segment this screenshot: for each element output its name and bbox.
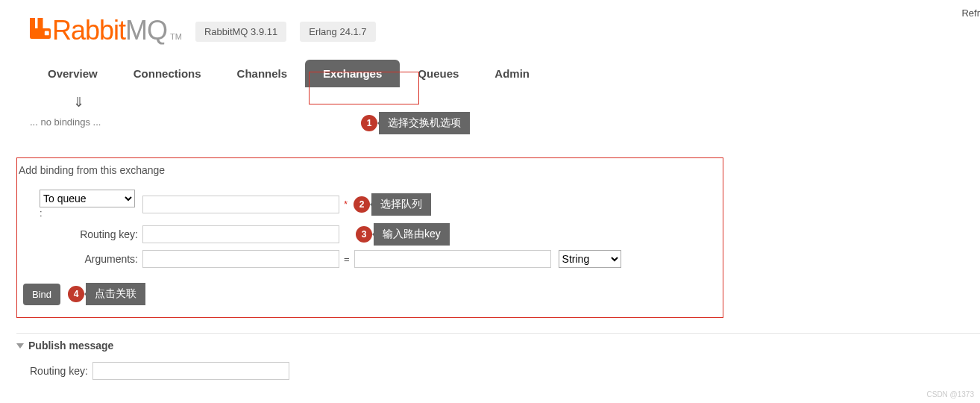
erlang-badge: Erlang 24.1.7	[300, 22, 375, 42]
tab-channels[interactable]: Channels	[219, 60, 306, 87]
add-binding-section: Add binding from this exchange To queue …	[16, 157, 723, 318]
argument-value-input[interactable]	[354, 250, 551, 268]
publish-toggle[interactable]: Publish message	[16, 340, 980, 352]
svg-rect-1	[38, 18, 43, 30]
callout-3: 3 输入路由key	[356, 223, 450, 246]
refresh-link[interactable]: Refr	[961, 7, 980, 19]
callout-1-text: 选择交换机选项	[379, 112, 470, 134]
routing-key-row: Routing key: 3 输入路由key	[23, 223, 723, 246]
publish-section: Publish message Routing key:	[16, 333, 980, 386]
add-binding-title: Add binding from this exchange	[19, 164, 723, 176]
callout-1: 1 选择交换机选项	[361, 112, 470, 134]
nav-tabs: Overview Connections Channels Exchanges …	[30, 60, 950, 88]
destination-input[interactable]	[142, 196, 339, 213]
routing-key-label: Routing key:	[23, 228, 142, 240]
logo-tm: TM	[170, 32, 182, 41]
destination-type-select[interactable]: To queue	[40, 190, 135, 207]
logo: RabbitMQ TM	[30, 15, 182, 46]
routing-key-input[interactable]	[142, 225, 339, 243]
required-star: *	[344, 199, 348, 210]
tab-queues[interactable]: Queues	[400, 60, 477, 87]
argument-type-select[interactable]: String	[559, 250, 621, 268]
bind-button[interactable]: Bind	[23, 284, 60, 305]
header: RabbitMQ TM RabbitMQ 3.9.11 Erlang 24.1.…	[0, 0, 980, 46]
callout-2: 2 选择队列	[354, 193, 431, 216]
binding-destination-row: To queue : * 2 选择队列	[23, 190, 723, 219]
svg-rect-0	[30, 18, 35, 30]
publish-routing-key-label: Routing key:	[30, 365, 88, 377]
equals-sign: =	[344, 254, 350, 265]
colon: :	[40, 207, 43, 219]
arguments-row: Arguments: = String	[23, 250, 723, 268]
callout-2-text: 选择队列	[371, 193, 431, 216]
tab-exchanges[interactable]: Exchanges	[305, 60, 400, 87]
logo-text-rabbit: Rabbit	[52, 15, 125, 46]
version-badge: RabbitMQ 3.9.11	[195, 22, 286, 42]
tab-overview[interactable]: Overview	[30, 60, 116, 87]
svg-rect-3	[45, 31, 49, 36]
arguments-label: Arguments:	[23, 253, 142, 265]
tab-admin[interactable]: Admin	[477, 60, 547, 87]
rabbitmq-logo-icon	[30, 17, 51, 40]
publish-routing-key-input[interactable]	[92, 362, 289, 380]
logo-text-mq: MQ	[125, 15, 167, 46]
callout-4: 4 点击关联	[68, 283, 145, 305]
chevron-down-icon	[16, 343, 24, 349]
callout-3-text: 输入路由key	[374, 223, 450, 246]
publish-title: Publish message	[28, 340, 113, 352]
publish-form: Routing key:	[30, 362, 980, 380]
argument-key-input[interactable]	[142, 250, 339, 268]
tab-connections[interactable]: Connections	[116, 60, 219, 87]
no-bindings-text: ... no bindings ...	[30, 116, 980, 128]
callout-4-text: 点击关联	[86, 283, 145, 305]
arrow-down-icon: ⇓	[73, 94, 980, 110]
